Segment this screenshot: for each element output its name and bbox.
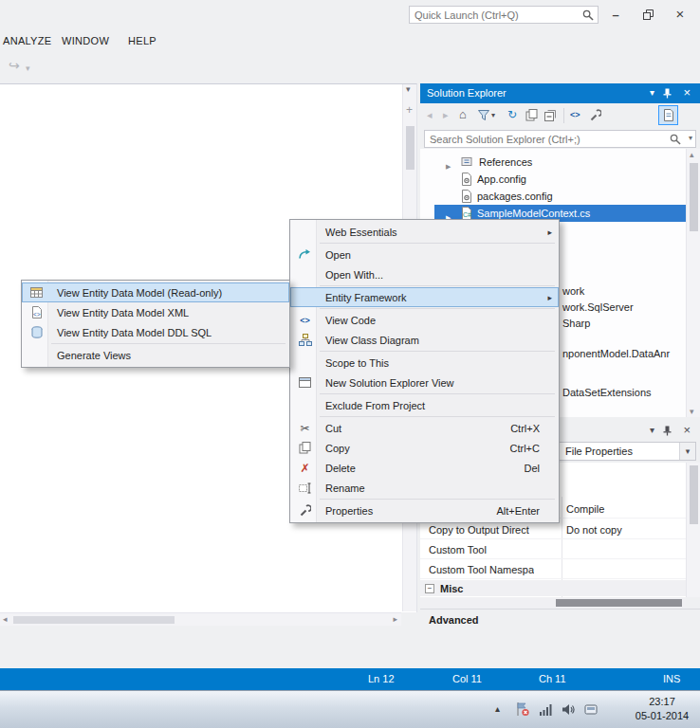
- quick-launch-box[interactable]: [409, 6, 599, 24]
- scrollbar-thumb[interactable]: [556, 599, 682, 607]
- view-code-icon: <>: [297, 312, 313, 328]
- close-icon[interactable]: ×: [683, 423, 691, 437]
- menu-item-rename[interactable]: Rename: [290, 478, 559, 498]
- action-center-flag-icon[interactable]: [515, 701, 530, 717]
- restore-button[interactable]: [636, 5, 659, 24]
- show-hidden-icons-button[interactable]: ▴: [495, 703, 500, 714]
- status-insert-mode: INS: [663, 673, 680, 684]
- properties-wrench-icon[interactable]: [589, 109, 601, 121]
- scrollbar-thumb[interactable]: [690, 465, 698, 524]
- tree-item-label-clipped: DataSetExtensions: [562, 386, 652, 399]
- minimize-button[interactable]: –: [604, 5, 627, 24]
- property-row[interactable]: Copy to Output Direct Do not copy: [420, 521, 686, 539]
- csharp-file-icon: C#: [461, 207, 472, 220]
- input-indicator-icon[interactable]: [584, 703, 598, 716]
- close-button[interactable]: ×: [669, 4, 691, 23]
- menu-item-new-solution-explorer-view[interactable]: New Solution Explorer View: [290, 373, 559, 392]
- collapse-box-icon[interactable]: −: [425, 584, 434, 593]
- combo-dropdown-button[interactable]: ▾: [679, 443, 695, 460]
- menu-item-entity-framework[interactable]: Entity Framework ▸: [290, 287, 559, 307]
- network-signal-icon[interactable]: [539, 703, 553, 716]
- quick-launch-input[interactable]: [410, 7, 579, 23]
- menu-item-view-edm-ddl-sql[interactable]: View Entity Data Model DDL SQL: [22, 322, 289, 342]
- menu-item-scope-to-this[interactable]: Scope to This: [290, 353, 559, 373]
- navigate-forward-icon[interactable]: ↪: [9, 58, 20, 73]
- taskbar: ▴ 23:17 05-01-2014: [0, 690, 700, 728]
- tree-item-app-config[interactable]: App.config: [420, 171, 686, 188]
- wrench-icon: [297, 502, 313, 519]
- solution-explorer-header[interactable]: Solution Explorer ▾ ×: [420, 83, 700, 103]
- menu-item-view-class-diagram[interactable]: View Class Diagram: [290, 330, 559, 350]
- split-dropdown-icon[interactable]: ▾: [406, 84, 411, 94]
- menu-item-exclude-from-project[interactable]: Exclude From Project: [290, 395, 559, 415]
- menu-item-copy[interactable]: Copy Ctrl+C: [290, 438, 559, 458]
- scrollbar-thumb[interactable]: [690, 163, 698, 231]
- shortcut-label: Ctrl+C: [510, 443, 540, 454]
- tree-item-label-clipped: nponentModel.DataAnr: [562, 347, 670, 360]
- menu-item-generate-views[interactable]: Generate Views: [22, 345, 289, 365]
- search-icon[interactable]: [582, 9, 594, 21]
- code-view-icon[interactable]: <>: [570, 110, 580, 119]
- menu-window[interactable]: WINDOW: [62, 35, 109, 46]
- menu-item-view-edm-readonly[interactable]: View Entity Data Model (Read-only): [22, 282, 289, 302]
- menu-item-open[interactable]: Open: [290, 245, 559, 264]
- window-menu-icon[interactable]: ▾: [650, 87, 654, 98]
- tray-clock[interactable]: 23:17 05-01-2014: [626, 695, 698, 725]
- solution-explorer-toolbar: ◂ ▸ ⌂ ▾ ↻ <>: [420, 103, 700, 128]
- scroll-left-icon[interactable]: ◂: [3, 614, 8, 624]
- property-row[interactable]: Custom Tool Namespa: [420, 561, 686, 579]
- tree-item-references[interactable]: ▶ References: [420, 154, 686, 171]
- tree-item-label-clipped: work.SqlServer: [562, 300, 634, 314]
- menu-item-cut[interactable]: ✂ Cut Ctrl+X: [290, 418, 559, 438]
- entity-model-icon: [28, 284, 45, 300]
- menu-help[interactable]: HELP: [128, 35, 157, 46]
- menu-separator: [320, 393, 555, 394]
- config-file-icon: [461, 173, 472, 186]
- status-bar: Ln 12 Col 11 Ch 11 INS: [0, 668, 700, 690]
- back-icon[interactable]: ◂: [427, 109, 433, 121]
- property-value: Do not copy: [566, 521, 622, 539]
- solution-search-input[interactable]: [425, 131, 667, 147]
- tree-vscrollbar[interactable]: ▴ ▾: [686, 149, 700, 417]
- window-menu-icon[interactable]: ▾: [650, 425, 654, 435]
- scrollbar-thumb[interactable]: [406, 126, 414, 170]
- show-all-files-icon[interactable]: [525, 109, 538, 121]
- grid-vscrollbar[interactable]: [686, 463, 700, 597]
- preview-selected-items-button[interactable]: [658, 105, 678, 125]
- tree-item-label: App.config: [477, 171, 526, 188]
- scroll-right-icon[interactable]: ▸: [393, 614, 397, 624]
- scrollbar-thumb[interactable]: [13, 616, 175, 624]
- collapse-all-icon[interactable]: [544, 109, 557, 121]
- pin-icon[interactable]: [662, 426, 672, 436]
- property-row[interactable]: Custom Tool: [420, 541, 686, 559]
- close-icon[interactable]: ×: [683, 85, 691, 100]
- menu-item-properties[interactable]: Properties Alt+Enter: [290, 500, 559, 520]
- search-icon[interactable]: [670, 134, 681, 145]
- solution-explorer-search-box[interactable]: ▾: [424, 130, 696, 148]
- pin-icon[interactable]: [662, 88, 672, 99]
- rename-icon: [297, 480, 313, 496]
- database-icon: [28, 324, 45, 340]
- tree-item-packages-config[interactable]: packages.config: [420, 188, 686, 205]
- menu-item-delete[interactable]: ✗ Delete Del: [290, 458, 559, 478]
- filter-icon[interactable]: [478, 110, 489, 120]
- editor-hscrollbar[interactable]: ◂ ▸: [0, 612, 401, 626]
- home-icon[interactable]: ⌂: [459, 107, 467, 121]
- filter-dropdown-icon[interactable]: ▾: [491, 111, 495, 119]
- forward-icon[interactable]: ▸: [443, 109, 449, 121]
- category-row[interactable]: − Misc: [420, 580, 686, 596]
- scroll-up-icon[interactable]: ▴: [690, 150, 694, 159]
- speaker-icon[interactable]: [562, 703, 575, 716]
- refresh-icon[interactable]: ↻: [507, 108, 517, 121]
- menu-item-open-with[interactable]: Open With...: [290, 264, 559, 284]
- scroll-down-icon[interactable]: ▾: [690, 407, 694, 416]
- menu-item-web-essentials[interactable]: Web Essentials ▸: [290, 222, 559, 242]
- scrollbar-grip-icon[interactable]: +: [406, 103, 413, 117]
- menu-analyze[interactable]: ANALYZE: [3, 35, 51, 46]
- toolbar-dropdown-icon[interactable]: ▾: [26, 64, 30, 73]
- search-dropdown-icon[interactable]: ▾: [689, 134, 692, 142]
- menu-item-view-code[interactable]: <> View Code: [290, 310, 559, 330]
- menu-separator: [320, 351, 555, 352]
- menu-item-view-edm-xml[interactable]: <> View Entity Data Model XML: [22, 302, 289, 322]
- grid-hscrollbar[interactable]: [420, 597, 686, 609]
